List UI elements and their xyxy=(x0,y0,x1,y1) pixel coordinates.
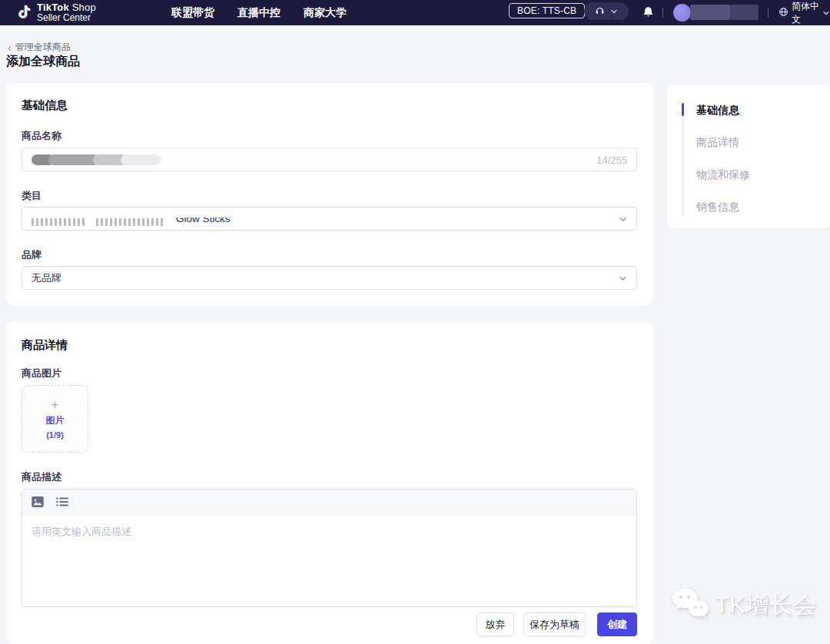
environment-badge: BOE: TTS-CB xyxy=(509,3,585,18)
category-redacted-segment xyxy=(32,218,85,226)
save-draft-button[interactable]: 保存为草稿 xyxy=(523,612,586,636)
anchor-sales-info[interactable]: 销售信息 xyxy=(696,201,739,214)
topbar-nav: 联盟带货 直播中控 商家大学 xyxy=(171,0,347,25)
upload-label: 图片 xyxy=(46,414,65,427)
section-anchor-nav: 基础信息 商品详情 物流和保修 销售信息 xyxy=(667,85,830,229)
app-root: TikTok Shop Seller Center 联盟带货 直播中控 商家大学… xyxy=(0,0,830,644)
tiktok-note-icon xyxy=(17,3,32,24)
anchor-active-indicator xyxy=(682,103,684,116)
plus-icon: + xyxy=(51,399,58,411)
create-button[interactable]: 创建 xyxy=(597,612,637,636)
globe-icon xyxy=(779,7,788,19)
product-name-input[interactable]: 14/255 xyxy=(22,148,637,171)
watermark-text: TK增长会 xyxy=(715,589,817,621)
nav-affiliate[interactable]: 联盟带货 xyxy=(171,6,214,20)
back-arrow-icon: ‹ xyxy=(8,43,12,52)
upload-count: (1/9) xyxy=(46,430,64,440)
topbar: TikTok Shop Seller Center 联盟带货 直播中控 商家大学… xyxy=(0,0,830,25)
username-redacted xyxy=(730,5,759,20)
description-label: 商品描述 xyxy=(22,470,61,484)
topbar-divider xyxy=(662,8,663,18)
category-select[interactable]: Glow Sticks xyxy=(22,207,637,231)
brand-value: 无品牌 xyxy=(32,271,61,285)
basic-info-card: 基础信息 商品名称 14/255 类目 Glow Sticks 品牌 无品牌 xyxy=(6,83,653,306)
language-switcher[interactable]: 简体中文 xyxy=(779,0,830,25)
language-label: 简体中文 xyxy=(792,0,819,26)
anchor-basic-info[interactable]: 基础信息 xyxy=(696,104,739,118)
anchor-shipping-warranty[interactable]: 物流和保修 xyxy=(696,168,750,182)
chevron-down-icon xyxy=(619,274,627,283)
editor-toolbar xyxy=(22,490,636,515)
product-detail-card: 商品详情 商品图片 + 图片 (1/9) 商品描述 xyxy=(6,323,653,644)
category-label: 类目 xyxy=(22,189,42,203)
logo-subtitle: Seller Center xyxy=(37,13,96,22)
username-redacted xyxy=(690,5,730,20)
logo-shop: Shop xyxy=(72,2,96,13)
breadcrumb[interactable]: ‹ 管理全球商品 xyxy=(8,41,71,54)
description-input[interactable]: 请用英文输入商品描述 xyxy=(22,515,636,606)
anchor-track xyxy=(682,102,684,216)
support-menu[interactable] xyxy=(584,2,629,20)
avatar[interactable] xyxy=(673,4,691,22)
brand-select[interactable]: 无品牌 xyxy=(22,266,637,290)
logo-brand: TikTok xyxy=(37,2,69,13)
insert-image-button[interactable] xyxy=(32,496,44,507)
breadcrumb-label: 管理全球商品 xyxy=(15,41,71,54)
page-title: 添加全球商品 xyxy=(6,54,80,70)
headset-icon xyxy=(595,5,605,18)
nav-live-control[interactable]: 直播中控 xyxy=(237,6,281,20)
basic-info-heading: 基础信息 xyxy=(22,98,68,113)
logo-text: TikTok Shop Seller Center xyxy=(37,3,96,22)
bell-icon xyxy=(642,8,654,21)
bullet-list-button[interactable] xyxy=(56,496,68,507)
chevron-down-icon xyxy=(610,8,618,15)
wechat-icon xyxy=(670,587,709,622)
tiktok-shop-logo[interactable]: TikTok Shop Seller Center xyxy=(17,3,96,24)
image-upload-tile[interactable]: + 图片 (1/9) xyxy=(22,385,88,453)
chevron-down-icon xyxy=(822,9,830,17)
topbar-divider xyxy=(768,8,769,18)
chevron-down-icon xyxy=(619,215,627,224)
product-name-label: 商品名称 xyxy=(22,129,61,143)
description-editor: 请用英文输入商品描述 xyxy=(22,489,637,607)
char-counter: 14/255 xyxy=(596,154,627,166)
watermark: TK增长会 xyxy=(670,587,817,622)
product-images-label: 商品图片 xyxy=(22,367,61,380)
list-icon xyxy=(56,496,68,507)
product-name-redacted-value xyxy=(32,154,161,165)
discard-button[interactable]: 放弃 xyxy=(476,612,514,636)
notifications-button[interactable] xyxy=(642,5,654,22)
product-detail-heading: 商品详情 xyxy=(22,338,68,353)
nav-seller-academy[interactable]: 商家大学 xyxy=(304,6,347,20)
image-icon xyxy=(32,496,44,507)
redaction-overlay xyxy=(28,211,268,217)
brand-label: 品牌 xyxy=(22,248,42,262)
anchor-product-detail[interactable]: 商品详情 xyxy=(696,136,739,150)
category-redacted-segment xyxy=(96,218,165,226)
